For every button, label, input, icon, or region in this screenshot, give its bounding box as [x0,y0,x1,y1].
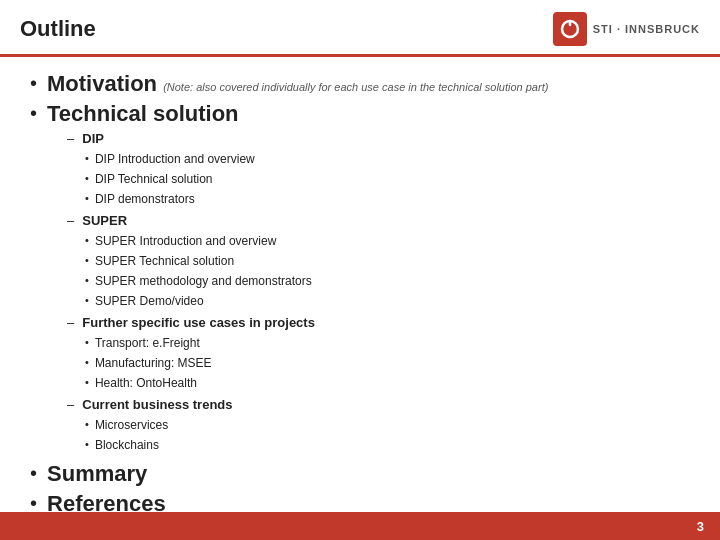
business-sub-bullets: • Microservices • Blockchains [85,416,690,455]
dip-dash: – [67,129,74,149]
bullet-dot-technical: • [30,101,37,125]
slide: Outline STI · INNSBRUCK • Motivation (No… [0,0,720,540]
page-number: 3 [697,519,704,534]
bullet-technical: • Technical solution – DIP • DIP Introdu… [30,101,690,457]
further-sub-text-3: Health: OntoHealth [95,374,197,393]
further-sub-1: • Transport: e.Freight [85,334,690,353]
super-sub-text-1: SUPER Introduction and overview [95,232,276,251]
super-sub-3: • SUPER methodology and demonstrators [85,272,690,291]
business-dash: – [67,395,74,415]
summary-label: Summary [47,461,147,486]
super-sub-dot-2: • [85,252,89,270]
further-group: – Further specific use cases in projects… [67,313,690,393]
dip-sub-2: • DIP Technical solution [85,170,690,189]
dip-sub-text-1: DIP Introduction and overview [95,150,255,169]
dip-sub-text-2: DIP Technical solution [95,170,213,189]
dip-sub-bullets: • DIP Introduction and overview • DIP Te… [85,150,690,210]
further-sub-dot-2: • [85,354,89,372]
business-sub-text-1: Microservices [95,416,168,435]
slide-title: Outline [20,16,96,42]
logo-icon [553,12,587,46]
super-dash-item: – SUPER [67,211,690,231]
super-sub-bullets: • SUPER Introduction and overview • SUPE… [85,232,690,312]
further-dash: – [67,313,74,333]
super-sub-text-4: SUPER Demo/video [95,292,204,311]
slide-footer: 3 [0,512,720,540]
business-label: Current business trends [82,395,232,415]
business-sub-dot-1: • [85,416,89,434]
dip-label: DIP [82,129,104,149]
business-sub-2: • Blockchains [85,436,690,455]
bullet-motivation-content: Motivation (Note: also covered individua… [47,71,690,97]
motivation-note: (Note: also covered individually for eac… [163,81,548,93]
super-sub-1: • SUPER Introduction and overview [85,232,690,251]
dip-sub-dot-3: • [85,190,89,208]
dip-sub-dot-2: • [85,170,89,188]
further-sub-3: • Health: OntoHealth [85,374,690,393]
dip-sub-3: • DIP demonstrators [85,190,690,209]
dip-sub-dot-1: • [85,150,89,168]
further-sub-text-2: Manufacturing: MSEE [95,354,212,373]
bullet-dot-summary: • [30,461,37,485]
logo-area: STI · INNSBRUCK [553,12,700,46]
super-sub-text-2: SUPER Technical solution [95,252,234,271]
logo-text: STI · INNSBRUCK [593,23,700,35]
dip-dash-item: – DIP [67,129,690,149]
bullet-technical-content: Technical solution – DIP • DIP Introduct… [47,101,690,457]
technical-label: Technical solution [47,101,239,126]
business-sub-1: • Microservices [85,416,690,435]
logo-svg [559,18,581,40]
dip-sub-text-3: DIP demonstrators [95,190,195,209]
further-dash-item: – Further specific use cases in projects [67,313,690,333]
dip-group: – DIP • DIP Introduction and overview • … [67,129,690,209]
slide-content: • Motivation (Note: also covered individ… [0,63,720,529]
super-label: SUPER [82,211,127,231]
motivation-text: Motivation [47,71,157,96]
business-sub-text-2: Blockchains [95,436,159,455]
bullet-dot-motivation: • [30,71,37,95]
motivation-label: Motivation (Note: also covered individua… [47,71,548,96]
further-label: Further specific use cases in projects [82,313,315,333]
bullet-summary: • Summary [30,461,690,487]
further-sub-2: • Manufacturing: MSEE [85,354,690,373]
bullet-summary-content: Summary [47,461,690,487]
slide-header: Outline STI · INNSBRUCK [0,0,720,54]
business-group: – Current business trends • Microservice… [67,395,690,455]
business-sub-dot-2: • [85,436,89,454]
super-sub-dot-3: • [85,272,89,290]
bullet-motivation: • Motivation (Note: also covered individ… [30,71,690,97]
super-sub-text-3: SUPER methodology and demonstrators [95,272,312,291]
header-separator [0,54,720,57]
further-sub-dot-1: • [85,334,89,352]
business-dash-item: – Current business trends [67,395,690,415]
super-sub-dot-4: • [85,292,89,310]
dip-sub-1: • DIP Introduction and overview [85,150,690,169]
further-sub-text-1: Transport: e.Freight [95,334,200,353]
further-sub-bullets: • Transport: e.Freight • Manufacturing: … [85,334,690,394]
super-group: – SUPER • SUPER Introduction and overvie… [67,211,690,311]
super-sub-dot-1: • [85,232,89,250]
super-sub-4: • SUPER Demo/video [85,292,690,311]
super-dash: – [67,211,74,231]
super-sub-2: • SUPER Technical solution [85,252,690,271]
further-sub-dot-3: • [85,374,89,392]
